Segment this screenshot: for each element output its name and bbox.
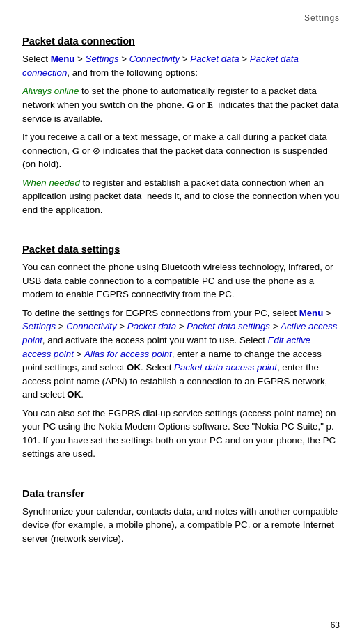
- always-online-label: Always online: [22, 86, 79, 96]
- icon-slash: ⊘: [93, 146, 100, 156]
- spacer-1: [22, 221, 340, 230]
- page-number: 63: [331, 620, 340, 631]
- ok-label-2: OK: [67, 389, 81, 400]
- para-1: Select Menu > Settings > Connectivity > …: [22, 52, 340, 79]
- page-container: Settings Packet data connection Select M…: [0, 0, 362, 644]
- para-5: You can connect the phone using Bluetoot…: [22, 260, 340, 301]
- when-needed-label: When needed: [22, 178, 80, 188]
- menu-link-2: Menu: [299, 308, 324, 318]
- packetdata-link-1: Packet data: [190, 54, 239, 64]
- para-7: You can also set the EGPRS dial-up servi…: [22, 407, 340, 461]
- para-3: If you receive a call or a text message,…: [22, 130, 340, 171]
- ok-label-1: OK: [127, 362, 141, 372]
- para-4: When needed to register and establish a …: [22, 176, 340, 217]
- section-title-data-transfer: Data transfer: [22, 487, 340, 501]
- spacer-2: [22, 466, 340, 474]
- icon-g: G: [187, 100, 194, 110]
- connectivity-link-2: Connectivity: [66, 321, 116, 331]
- packetdata-access-link: Packet data access point: [174, 362, 277, 372]
- section-title-packet-data-connection: Packet data connection: [22, 34, 340, 49]
- settings-link-1: Settings: [86, 54, 119, 64]
- para-2: Always online to set the phone to automa…: [22, 84, 340, 125]
- settings-link-2: Settings: [22, 321, 56, 331]
- page-header: Settings: [22, 13, 340, 24]
- menu-link-1: Menu: [51, 54, 75, 64]
- packetdata-link-2: Packet data: [127, 321, 176, 331]
- alias-link: Alias for access point: [84, 349, 172, 359]
- para-6: To define the settings for EGPRS connect…: [22, 306, 340, 402]
- packetdata-settings-link: Packet data settings: [187, 321, 270, 331]
- para-8: Synchronize your calendar, contacts data…: [22, 505, 340, 546]
- icon-g-2: G: [72, 146, 79, 156]
- section-title-packet-data-settings: Packet data settings: [22, 242, 340, 257]
- connectivity-link-1: Connectivity: [129, 54, 180, 64]
- icon-e: E: [207, 100, 213, 110]
